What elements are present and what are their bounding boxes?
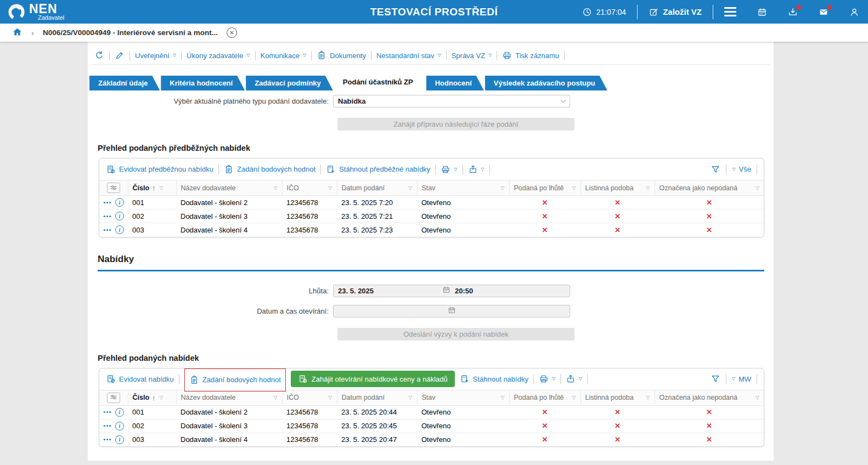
column-ico[interactable]: IČO▽ xyxy=(282,180,337,196)
table-row[interactable]: i 002 Dodavatel - školení 3 12345678 23.… xyxy=(99,419,764,433)
row-info-button[interactable]: i xyxy=(115,212,124,220)
register-prelim-offer-button[interactable]: Evidovat předběžnou nabídku xyxy=(106,165,213,174)
export-menu-button[interactable]: ▽ xyxy=(468,165,484,174)
row-info-button[interactable]: i xyxy=(115,198,124,207)
close-record-button[interactable]: ✕ xyxy=(227,27,237,38)
tab-zadavaci-podminky[interactable]: Zadávací podmínky xyxy=(246,76,333,90)
edit-record-button[interactable] xyxy=(115,50,125,60)
table-row[interactable]: i 003 Dodavatel - školení 4 12345678 23.… xyxy=(99,433,764,446)
home-button[interactable] xyxy=(12,27,22,39)
menu-nonstandard-state[interactable]: Nestandardní stav▽ xyxy=(376,52,441,60)
filter-button[interactable] xyxy=(711,165,720,174)
print-menu-button[interactable]: ▽ xyxy=(539,374,555,384)
filter-caret-icon[interactable]: ▽ xyxy=(409,395,413,400)
filter-caret-icon[interactable]: ▽ xyxy=(572,185,576,191)
column-late[interactable]: Podaná po lhůtě▽ xyxy=(509,180,580,196)
calendar-picker-button[interactable] xyxy=(448,306,456,316)
tab-vysledek[interactable]: Výsledek zadávacího postupu xyxy=(485,76,607,90)
column-paper[interactable]: Listinná podoba▽ xyxy=(580,180,655,196)
downloads-button[interactable] xyxy=(788,7,798,17)
column-submitted[interactable]: Datum podání▽ xyxy=(337,180,417,196)
view-select[interactable]: ▽Vše xyxy=(732,165,751,173)
menu-button[interactable] xyxy=(724,7,736,16)
column-not-submitted[interactable]: Označena jako nepodaná▽ xyxy=(655,180,764,196)
filter-caret-icon[interactable]: ▽ xyxy=(329,185,332,191)
calendar-button[interactable] xyxy=(757,7,767,17)
column-number[interactable]: Číslo↑▽ xyxy=(128,180,176,196)
menu-publish[interactable]: Uveřejnění▽ xyxy=(135,52,176,60)
table-row[interactable]: i 001 Dodavatel - školení 2 12345678 23.… xyxy=(99,405,764,419)
row-actions-button[interactable] xyxy=(103,438,111,441)
undo-button[interactable] xyxy=(94,50,104,60)
filter-caret-icon[interactable]: ▽ xyxy=(756,395,759,400)
nen-logo[interactable]: NEN Zadavatel xyxy=(8,3,64,21)
filter-caret-icon[interactable]: ▽ xyxy=(329,395,332,400)
menu-manage-vz[interactable]: Správa VZ▽ xyxy=(452,52,492,60)
menu-documents[interactable]: Dokumenty xyxy=(317,50,366,60)
filter-button[interactable] xyxy=(711,374,720,384)
row-actions-button[interactable] xyxy=(103,215,111,218)
column-settings-button[interactable] xyxy=(107,183,120,193)
submission-type-select[interactable]: Nabídka xyxy=(333,95,570,107)
row-actions-button[interactable] xyxy=(103,229,111,231)
download-offers-button[interactable]: Stáhnout nabídky xyxy=(460,374,528,384)
tab-zakladni-udaje[interactable]: Základní údaje xyxy=(89,76,160,90)
messages-button[interactable] xyxy=(819,7,828,17)
table-row[interactable]: i 001 Dodavatel - školení 2 12345678 23.… xyxy=(99,196,764,209)
menu-communication[interactable]: Komunikace▽ xyxy=(261,52,307,60)
filter-caret-icon[interactable]: ▽ xyxy=(160,185,164,191)
row-info-button[interactable]: i xyxy=(115,435,124,444)
filter-caret-icon[interactable]: ▽ xyxy=(160,395,164,400)
start-next-phase-button[interactable]: Zahájit přípravu následující fáze podání xyxy=(337,118,574,131)
filter-caret-icon[interactable]: ▽ xyxy=(646,395,650,400)
filter-caret-icon[interactable]: ▽ xyxy=(501,395,505,400)
column-submitted[interactable]: Datum podání▽ xyxy=(337,390,417,405)
filter-caret-icon[interactable]: ▽ xyxy=(572,395,576,400)
view-select[interactable]: ▽MW xyxy=(732,375,751,383)
tab-hodnoceni[interactable]: Hodnocení xyxy=(426,76,484,90)
table-row[interactable]: i 003 Dodavatel - školení 4 12345678 23.… xyxy=(99,223,764,237)
column-supplier[interactable]: Název dodavatele▽ xyxy=(176,390,282,405)
send-call-button[interactable]: Odeslání výzvy k podání nabídek xyxy=(337,328,574,341)
column-not-submitted[interactable]: Označena jako nepodaná▽ xyxy=(655,390,764,405)
enter-scores-button[interactable]: Zadání bodových hodnot xyxy=(224,165,315,174)
column-settings-button[interactable] xyxy=(107,393,120,403)
column-state[interactable]: Stav▽ xyxy=(417,390,509,405)
column-state[interactable]: Stav▽ xyxy=(417,180,509,196)
print-menu-button[interactable]: ▽ xyxy=(441,165,457,174)
create-vz-button[interactable]: Založit VZ xyxy=(649,7,702,17)
export-menu-button[interactable]: ▽ xyxy=(566,374,582,384)
row-actions-button[interactable] xyxy=(103,201,111,204)
opening-field[interactable] xyxy=(333,305,570,317)
deadline-field[interactable]: 23. 5. 2025 20:50 xyxy=(333,285,570,297)
tab-kriteria-hodnoceni[interactable]: Kritéria hodnocení xyxy=(161,76,245,90)
column-supplier[interactable]: Název dodavatele▽ xyxy=(176,180,282,196)
row-actions-button[interactable] xyxy=(103,411,111,413)
filter-caret-icon[interactable]: ▽ xyxy=(274,185,278,191)
filter-caret-icon[interactable]: ▽ xyxy=(409,185,413,191)
breadcrumb-item[interactable]: N006/25/V00004949 - Interiérové servisní… xyxy=(43,29,218,37)
filter-caret-icon[interactable]: ▽ xyxy=(274,395,278,400)
column-paper[interactable]: Listinná podoba▽ xyxy=(580,390,655,405)
table-row[interactable]: i 002 Dodavatel - školení 3 12345678 23.… xyxy=(99,209,764,223)
filter-caret-icon[interactable]: ▽ xyxy=(756,185,759,191)
column-number[interactable]: Číslo↑▽ xyxy=(128,390,176,405)
enter-scores-button-highlighted[interactable]: Zadání bodových hodnot xyxy=(184,368,286,392)
filter-caret-icon[interactable]: ▽ xyxy=(646,185,650,191)
register-offer-button[interactable]: Evidovat nabídku xyxy=(106,374,174,384)
menu-contracting-actions[interactable]: Úkony zadavatele▽ xyxy=(187,52,250,60)
tab-podani-ucastniku-zp[interactable]: Podání účastníků ZP xyxy=(334,73,425,90)
open-prices-button[interactable]: Zahájit otevírání nabídkové ceny a nákla… xyxy=(291,371,455,387)
row-info-button[interactable]: i xyxy=(115,225,124,234)
column-ico[interactable]: IČO▽ xyxy=(282,390,337,405)
row-info-button[interactable]: i xyxy=(115,408,124,417)
row-actions-button[interactable] xyxy=(103,424,111,427)
filter-caret-icon[interactable]: ▽ xyxy=(501,185,505,191)
printer-icon xyxy=(441,165,450,174)
column-late[interactable]: Podaná po lhůtě▽ xyxy=(509,390,580,405)
row-info-button[interactable]: i xyxy=(115,422,124,430)
user-profile-button[interactable] xyxy=(849,7,859,17)
calendar-picker-button[interactable] xyxy=(442,286,450,296)
download-prelim-offers-button[interactable]: Stáhnout předběžné nabídky xyxy=(326,165,430,174)
print-record-button[interactable]: Tisk záznamu xyxy=(502,50,559,60)
